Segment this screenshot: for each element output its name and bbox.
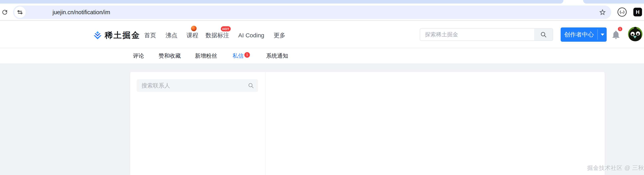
tab-system-notice[interactable]: 系统通知 <box>266 52 288 59</box>
tab-strip-left <box>0 0 564 4</box>
notification-count-badge: 1 <box>618 26 623 32</box>
contact-search-box <box>137 79 258 92</box>
messages-panel <box>130 72 605 175</box>
panel-divider <box>265 72 266 175</box>
site-search-input[interactable] <box>420 29 534 40</box>
tab-comments[interactable]: 评论 <box>133 52 144 59</box>
creator-button-divider <box>598 30 598 40</box>
avatar-beak <box>633 36 637 38</box>
site-header: 稀土掘金 首页 沸点 课程 数据标注 HOT AI Coding 更多 创作者中… <box>0 21 644 48</box>
creator-center-label: 创作者中心 <box>561 28 598 42</box>
nav-item-ai-coding[interactable]: AI Coding <box>238 32 264 39</box>
avatar-right-eye <box>636 32 640 36</box>
tab-strip-right <box>583 0 644 4</box>
nav-item-pins[interactable]: 沸点 <box>166 32 178 39</box>
site-search-box <box>420 28 553 41</box>
nav-item-data-label[interactable]: 数据标注 <box>206 32 229 39</box>
tab-likes-collects[interactable]: 赞和收藏 <box>159 52 181 59</box>
juejin-logo-icon <box>93 31 102 40</box>
nav-item-home[interactable]: 首页 <box>144 32 156 39</box>
chevron-down-icon[interactable] <box>601 34 604 36</box>
juejin-logo[interactable]: 稀土掘金 <box>93 30 140 41</box>
extension-h-glyph: H <box>636 9 640 15</box>
extension-braces-glyph: {…} <box>619 10 625 14</box>
messages-count-badge: 1 <box>244 52 250 58</box>
logo-wordmark: 稀土掘金 <box>105 30 140 41</box>
url-text[interactable]: juejin.cn/notification/im <box>52 6 110 19</box>
avatar-left-eye <box>630 32 635 36</box>
extension-braces-button[interactable]: {…} <box>618 8 626 16</box>
creator-center-button[interactable]: 创作者中心 <box>561 28 607 42</box>
site-settings-button[interactable] <box>14 6 26 18</box>
search-icon <box>540 31 547 38</box>
tune-icon <box>17 9 23 15</box>
watermark-text: 掘金技术社区 @ 三秋树 <box>587 164 644 172</box>
tab-messages-active[interactable]: 私信 <box>232 52 244 59</box>
user-avatar[interactable] <box>628 27 642 41</box>
reload-button[interactable] <box>1 8 9 16</box>
nav-item-course[interactable]: 课程 <box>186 32 198 39</box>
browser-toolbar: juejin.cn/notification/im {…} H <box>0 0 644 20</box>
contact-search-input[interactable] <box>137 79 244 92</box>
nav-item-more[interactable]: 更多 <box>274 32 286 39</box>
bookmark-star-icon <box>599 8 606 16</box>
address-bar[interactable]: juejin.cn/notification/im <box>13 6 611 19</box>
hot-badge: HOT <box>221 26 231 32</box>
tab-new-followers[interactable]: 新增粉丝 <box>195 52 217 59</box>
reload-icon <box>1 9 8 16</box>
course-festival-badge-icon <box>191 26 196 31</box>
extension-h-button[interactable]: H <box>633 8 642 16</box>
bookmark-button[interactable] <box>598 8 606 16</box>
notification-tabs: 评论 赞和收藏 新增粉丝 私信 1 系统通知 <box>0 48 644 64</box>
site-search-button[interactable] <box>534 29 553 40</box>
contact-search-icon <box>248 82 254 89</box>
